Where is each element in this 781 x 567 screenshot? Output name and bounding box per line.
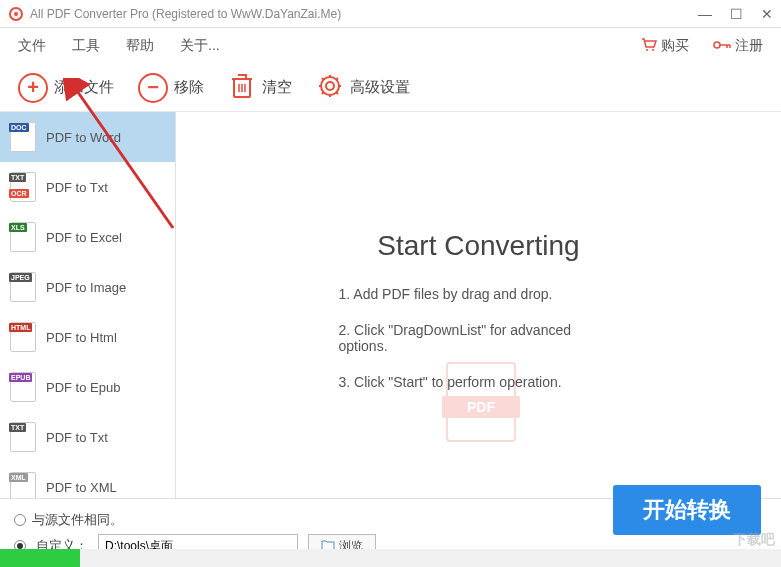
svg-point-3 [652,49,654,51]
trash-icon [228,71,256,104]
body: DOCPDF to WordTXTOCRPDF to TxtXLSPDF to … [0,112,781,498]
register-link[interactable]: 注册 [713,37,763,55]
file-type-icon: XML [10,472,36,498]
window-title: All PDF Converter Pro (Registered to WwW… [30,7,698,21]
sidebar-item-5[interactable]: EPUBPDF to Epub [0,362,175,412]
cart-icon [641,38,657,55]
file-type-icon: TXT [10,422,36,452]
remove-button[interactable]: − 移除 [138,73,204,103]
menu-about[interactable]: 关于... [180,37,220,55]
toolbar: + 添加文件 − 移除 清空 高级设置 [0,64,781,112]
add-file-label: 添加文件 [54,78,114,97]
start-convert-button[interactable]: 开始转换 [613,485,761,535]
sidebar-item-label: PDF to Word [46,130,121,145]
pdf-watermark: PDF [446,362,516,442]
progress-indicator [0,549,80,567]
svg-point-2 [646,49,648,51]
sidebar-item-label: PDF to Html [46,330,117,345]
menubar: 文件 工具 帮助 关于... 购买 注册 [0,28,781,64]
buy-label: 购买 [661,37,689,55]
sidebar-item-4[interactable]: HTMLPDF to Html [0,312,175,362]
svg-point-4 [714,42,720,48]
sidebar-item-label: PDF to Epub [46,380,120,395]
main-panel: PDF Start Converting 1. Add PDF files by… [176,112,781,498]
file-type-icon: DOC [10,122,36,152]
step-1: 1. Add PDF files by drag and drop. [339,286,619,302]
sidebar-item-label: PDF to Image [46,280,126,295]
radio-unselected-icon [14,514,26,526]
svg-point-7 [326,82,334,90]
file-type-icon: HTML [10,322,36,352]
titlebar: All PDF Converter Pro (Registered to WwW… [0,0,781,28]
pdf-watermark-label: PDF [442,396,520,418]
sidebar: DOCPDF to WordTXTOCRPDF to TxtXLSPDF to … [0,112,176,498]
file-type-icon: EPUB [10,372,36,402]
register-label: 注册 [735,37,763,55]
main-title: Start Converting [377,230,579,262]
plus-icon: + [18,73,48,103]
gear-icon [316,72,344,103]
buy-link[interactable]: 购买 [641,37,689,55]
status-bar [0,549,781,567]
menu-help[interactable]: 帮助 [126,37,154,55]
add-file-button[interactable]: + 添加文件 [18,73,114,103]
minimize-button[interactable]: — [698,6,712,22]
site-watermark: 下载吧 [733,531,775,549]
app-icon [8,6,24,22]
settings-label: 高级设置 [350,78,410,97]
key-icon [713,38,731,54]
sidebar-item-6[interactable]: TXTPDF to Txt [0,412,175,462]
step-2: 2. Click "DragDownList" for advanced opt… [339,322,619,354]
file-type-icon: XLS [10,222,36,252]
same-as-source-label: 与源文件相同。 [32,511,123,529]
remove-label: 移除 [174,78,204,97]
menu-tools[interactable]: 工具 [72,37,100,55]
close-button[interactable]: ✕ [761,6,773,22]
settings-button[interactable]: 高级设置 [316,72,410,103]
window-controls: — ☐ ✕ [698,6,773,22]
menu-file[interactable]: 文件 [18,37,46,55]
file-type-icon: TXTOCR [10,172,36,202]
file-type-icon: JPEG [10,272,36,302]
sidebar-item-label: PDF to Txt [46,180,108,195]
sidebar-item-label: PDF to XML [46,480,117,495]
sidebar-item-label: PDF to Excel [46,230,122,245]
sidebar-item-label: PDF to Txt [46,430,108,445]
clear-label: 清空 [262,78,292,97]
sidebar-item-2[interactable]: XLSPDF to Excel [0,212,175,262]
sidebar-item-3[interactable]: JPEGPDF to Image [0,262,175,312]
maximize-button[interactable]: ☐ [730,6,743,22]
sidebar-item-7[interactable]: XMLPDF to XML [0,462,175,498]
svg-point-1 [14,12,18,16]
minus-icon: − [138,73,168,103]
sidebar-item-0[interactable]: DOCPDF to Word [0,112,175,162]
clear-button[interactable]: 清空 [228,71,292,104]
sidebar-item-1[interactable]: TXTOCRPDF to Txt [0,162,175,212]
